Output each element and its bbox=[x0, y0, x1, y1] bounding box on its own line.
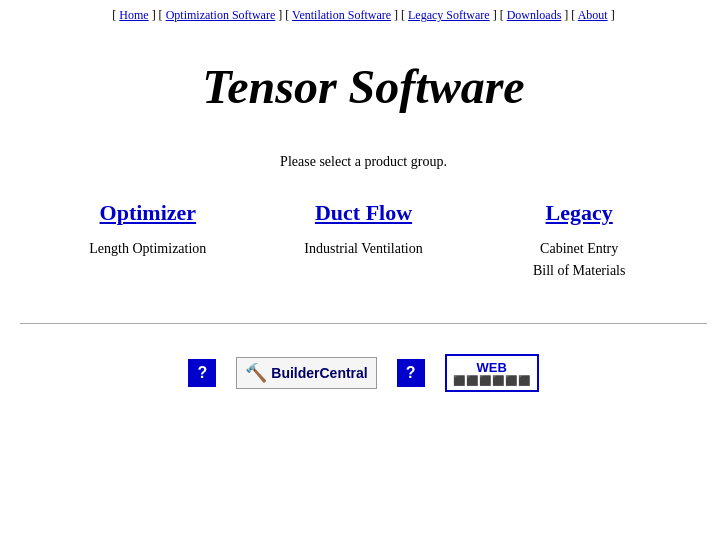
nav-link-downloads[interactable]: Downloads bbox=[507, 8, 562, 22]
legacy-desc-2: Bill of Materials bbox=[491, 260, 667, 282]
question-badge-right[interactable]: ? bbox=[397, 359, 425, 387]
duct-flow-link[interactable]: Duct Flow bbox=[276, 200, 452, 226]
legacy-desc-1: Cabinet Entry bbox=[491, 238, 667, 260]
top-navigation: [ Home ] [ Optimization Software ] [ Ven… bbox=[0, 0, 727, 29]
legacy-link[interactable]: Legacy bbox=[491, 200, 667, 226]
nav-link-about[interactable]: About bbox=[578, 8, 608, 22]
product-grid: Optimizer Length Optimization Duct Flow … bbox=[0, 190, 727, 313]
optimizer-column: Optimizer Length Optimization bbox=[40, 200, 256, 283]
duct-flow-desc-1: Industrial Ventilation bbox=[276, 238, 452, 260]
nav-link-ventilation[interactable]: Ventilation Software bbox=[292, 8, 391, 22]
builder-central-label: BuilderCentral bbox=[271, 365, 367, 381]
builder-central-badge[interactable]: 🔨 BuilderCentral bbox=[236, 357, 376, 389]
nav-link-legacy[interactable]: Legacy Software bbox=[408, 8, 490, 22]
site-title: Tensor Software bbox=[0, 59, 727, 114]
web-counter-dots: ⬛⬛⬛⬛⬛⬛ bbox=[453, 375, 531, 386]
nav-link-home[interactable]: Home bbox=[119, 8, 148, 22]
footer-section: ? 🔨 BuilderCentral ? WEB ⬛⬛⬛⬛⬛⬛ bbox=[0, 334, 727, 412]
duct-flow-column: Duct Flow Industrial Ventilation bbox=[256, 200, 472, 283]
horizontal-divider bbox=[20, 323, 707, 324]
hammer-icon: 🔨 bbox=[245, 362, 267, 384]
nav-sep-1: ] [ bbox=[152, 8, 166, 22]
optimizer-desc-1: Length Optimization bbox=[60, 238, 236, 260]
nav-sep-2: ] [ bbox=[278, 8, 292, 22]
optimizer-link[interactable]: Optimizer bbox=[60, 200, 236, 226]
nav-sep-3: ] [ bbox=[394, 8, 408, 22]
subtitle-label: Please select a product group. bbox=[280, 154, 447, 169]
nav-sep-5: ] [ bbox=[564, 8, 577, 22]
nav-link-optimization[interactable]: Optimization Software bbox=[166, 8, 276, 22]
question-badge-left[interactable]: ? bbox=[188, 359, 216, 387]
nav-bracket-end: ] bbox=[611, 8, 615, 22]
legacy-column: Legacy Cabinet Entry Bill of Materials bbox=[471, 200, 687, 283]
web-label: WEB bbox=[477, 360, 507, 375]
subtitle-text: Please select a product group. bbox=[0, 124, 727, 190]
main-title-section: Tensor Software bbox=[0, 29, 727, 124]
web-counter-badge[interactable]: WEB ⬛⬛⬛⬛⬛⬛ bbox=[445, 354, 539, 392]
nav-sep-4: ] [ bbox=[493, 8, 507, 22]
